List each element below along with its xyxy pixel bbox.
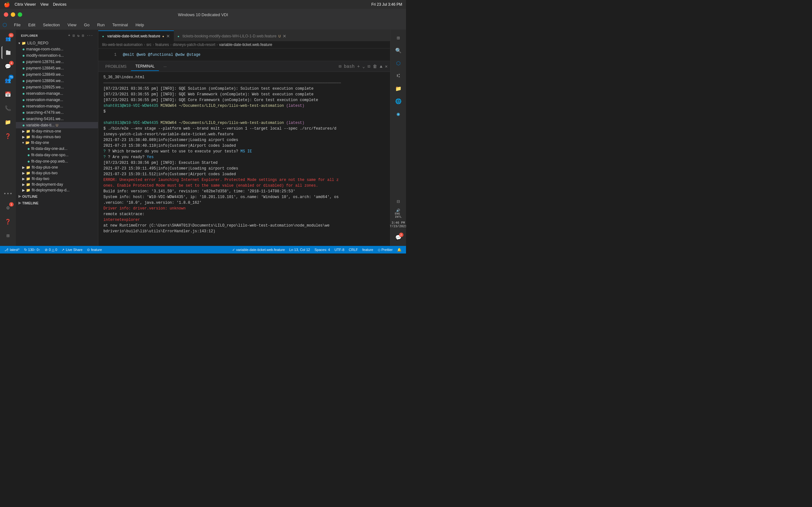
- status-live-share[interactable]: ↗ Live Share: [60, 246, 84, 253]
- menu-view[interactable]: View: [64, 21, 80, 29]
- tree-file-search2[interactable]: ● searching-54161.we...: [16, 116, 98, 122]
- menu-selection[interactable]: Selection: [40, 21, 63, 29]
- breadcrumb-item-3[interactable]: features: [155, 43, 169, 47]
- sidebar-new-file[interactable]: +: [68, 34, 70, 38]
- panel-add-icon[interactable]: +: [357, 64, 360, 69]
- activity-icon-apps[interactable]: ⊞: [2, 229, 14, 242]
- right-icon-terminal-panel[interactable]: ⊟: [393, 196, 404, 207]
- tree-file-payment1[interactable]: ● payment-128761.we...: [16, 59, 98, 65]
- panel-tab-problems[interactable]: PROBLEMS: [101, 62, 131, 71]
- status-language[interactable]: feature: [360, 246, 375, 253]
- right-icon-layout[interactable]: ⊞: [393, 32, 404, 44]
- tree-file-res1[interactable]: ● reservation-manage...: [16, 90, 98, 97]
- tree-root[interactable]: ▾ 📁 LILO_REPO: [16, 40, 98, 46]
- tab-variable-date[interactable]: ● variable-date-ticket.web.feature ● ✕: [98, 31, 174, 41]
- breadcrumb-item-1[interactable]: lilo-web-test-automation: [102, 43, 142, 47]
- menu-help[interactable]: Help: [132, 21, 147, 29]
- devices-menu[interactable]: Devices: [53, 2, 67, 7]
- tree-file-fit-day-pop[interactable]: ● fit-day-one-pop.web...: [16, 158, 98, 164]
- activity-icon-calendar[interactable]: 📅: [2, 88, 14, 101]
- menu-edit[interactable]: Edit: [25, 21, 38, 29]
- panel-tab-more[interactable]: ···: [159, 62, 171, 71]
- activity-icon-help[interactable]: ❓: [2, 216, 14, 228]
- tree-file-variable[interactable]: ● variable-date-ti... U: [16, 122, 98, 128]
- tree-folder-fit-day-minus-one[interactable]: ▶ 📁 fit-day-minus-one: [16, 128, 98, 134]
- status-cursor[interactable]: Ln 13, Col 12: [287, 246, 312, 253]
- status-encoding[interactable]: UTF-8: [333, 246, 346, 253]
- right-icon-source-control[interactable]: ⑆: [393, 70, 404, 82]
- breadcrumb-item-2[interactable]: src: [146, 43, 151, 47]
- breadcrumb-item-5[interactable]: variable-date-ticket.web.feature: [219, 43, 272, 47]
- activity-icon-explorer[interactable]: [2, 46, 14, 59]
- right-icon-browser[interactable]: 🌐: [393, 96, 404, 107]
- menu-file[interactable]: File: [11, 21, 24, 29]
- activity-icon-settings[interactable]: ⚙️ 1: [2, 202, 14, 214]
- maximize-button[interactable]: [18, 12, 22, 17]
- sidebar-collapse[interactable]: ⊟: [82, 34, 84, 38]
- tab-tickets-booking[interactable]: ● tickets-booking-modify-dates-WH-LILO-1…: [174, 31, 290, 41]
- right-icon-chat[interactable]: 💬 2: [393, 232, 404, 243]
- panel-chevron-icon[interactable]: ⌄: [362, 64, 365, 69]
- tree-folder-fit-deploy-d[interactable]: ▶ 📁 fit-deployment-day-d...: [16, 187, 98, 193]
- menu-go[interactable]: Go: [81, 21, 93, 29]
- close-button[interactable]: [4, 12, 8, 17]
- tree-folder-fit-day-two[interactable]: ▶ 📁 fit-day-two: [16, 176, 98, 181]
- menu-run[interactable]: Run: [94, 21, 108, 29]
- activity-icon-calls[interactable]: 📞: [2, 102, 14, 115]
- status-eol[interactable]: CRLF: [347, 246, 360, 253]
- tree-file-modify[interactable]: ● modify-reservation-s...: [16, 52, 98, 59]
- activity-icon-teams[interactable]: 👥 11: [2, 32, 14, 45]
- status-prettier[interactable]: ◇ Prettier: [376, 246, 395, 253]
- tree-file-payment2[interactable]: ● payment-128845.we...: [16, 65, 98, 71]
- panel-up-icon[interactable]: ▲: [380, 64, 382, 69]
- panel-split2-icon[interactable]: ⊡: [368, 64, 370, 69]
- minimize-button[interactable]: [11, 12, 15, 17]
- tree-folder-fit-plus-one[interactable]: ▶ 📁 fit-day-plus-one: [16, 164, 98, 170]
- status-branch[interactable]: ⎇ latest*: [3, 246, 21, 253]
- tab-close-button[interactable]: ✕: [166, 34, 170, 39]
- apple-menu[interactable]: 🍎: [4, 2, 10, 8]
- tree-file-payment5[interactable]: ● payment-128925.we...: [16, 84, 98, 90]
- status-spaces[interactable]: Spaces: 4: [312, 246, 332, 253]
- sidebar-more[interactable]: ···: [87, 34, 93, 38]
- activity-icon-files[interactable]: 📁: [2, 116, 14, 129]
- status-file-check[interactable]: ✓ variable-date-ticket.web.feature: [230, 246, 287, 253]
- view-menu[interactable]: View: [40, 2, 49, 7]
- activity-icon-teams2[interactable]: 👥 79: [2, 74, 14, 87]
- breadcrumb-item-4[interactable]: disneys-yatch-club-resort: [173, 43, 215, 47]
- tree-folder-fit-day-minus-two[interactable]: ▶ 📁 fit-day-minus-two: [16, 134, 98, 140]
- sidebar-new-folder[interactable]: ⊡: [72, 34, 75, 38]
- tree-file-payment4[interactable]: ● payment-128894.we...: [16, 78, 98, 84]
- status-bell[interactable]: 🔔: [395, 246, 403, 253]
- tree-folder-fit-day-one[interactable]: ▾ 📂 fit-day-one: [16, 140, 98, 146]
- citrix-menu[interactable]: Citrix Viewer: [14, 2, 36, 7]
- sidebar-refresh[interactable]: ↻: [78, 34, 80, 38]
- tree-file-fit-data-1[interactable]: ● fit-data-day-one-aul...: [16, 146, 98, 152]
- right-icon-vscode[interactable]: ⬡: [393, 58, 404, 69]
- status-sync[interactable]: ↻ 130↑ 0↑: [22, 246, 43, 253]
- panel-close-icon[interactable]: ✕: [385, 64, 388, 69]
- terminal[interactable]: 5_36_30\index.html ═════════════════════…: [98, 72, 390, 246]
- panel-tab-terminal[interactable]: TERMINAL: [131, 62, 159, 71]
- tree-folder-fit-deploy[interactable]: ▶ 📁 fit-deployment-day: [16, 181, 98, 187]
- tab-close-button[interactable]: ✕: [283, 34, 287, 39]
- tree-file-manage[interactable]: ● manage-room-custo...: [16, 46, 98, 52]
- right-icon-file[interactable]: 📁: [393, 83, 404, 95]
- menu-terminal[interactable]: Terminal: [109, 21, 131, 29]
- activity-icon-ask[interactable]: ❓: [2, 130, 14, 143]
- right-icon-chrome[interactable]: ◉: [393, 108, 404, 120]
- tree-file-res2[interactable]: ● reservation-manage...: [16, 97, 98, 103]
- activity-icon-more[interactable]: •••: [2, 187, 14, 200]
- tree-file-fit-data-2[interactable]: ● fit-data-day-one-spo...: [16, 152, 98, 158]
- panel-split-icon[interactable]: ⊟: [339, 64, 341, 69]
- activity-icon-chat[interactable]: 💬 4: [2, 60, 14, 73]
- status-feature[interactable]: ⊙ feature: [85, 246, 104, 253]
- timeline-section[interactable]: ▶ TIMELINE: [16, 200, 98, 206]
- tree-folder-fit-plus-two[interactable]: ▶ 📁 fit-day-plus-two: [16, 170, 98, 176]
- status-errors[interactable]: ⊘ 0 △ 0: [43, 246, 59, 253]
- tree-file-search1[interactable]: ● searching-47479.we...: [16, 109, 98, 116]
- outline-section[interactable]: ▶ OUTLINE: [16, 193, 98, 200]
- tree-file-payment3[interactable]: ● payment-128849.we...: [16, 71, 98, 78]
- tree-file-res3[interactable]: ● reservation-manage...: [16, 103, 98, 109]
- panel-trash-icon[interactable]: 🗑: [373, 64, 377, 69]
